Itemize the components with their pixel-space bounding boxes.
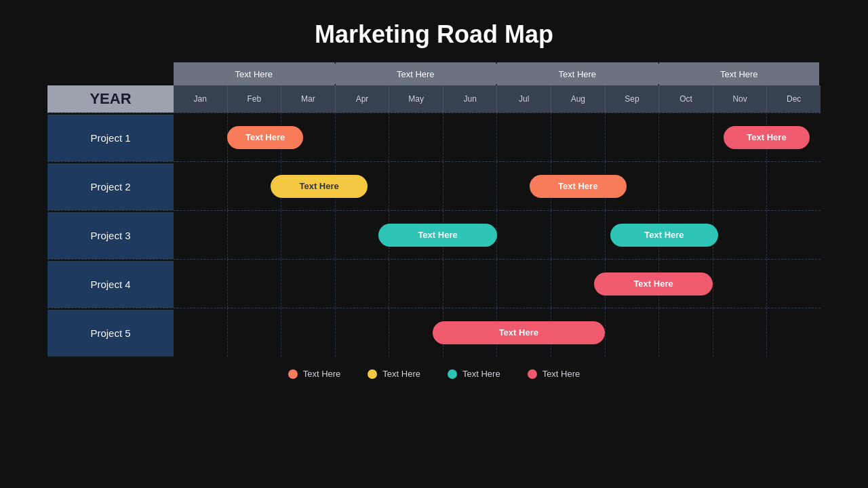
legend-item-3: Text Here [448,369,500,379]
gantt-bar-p3-b2: Text Here [610,224,718,247]
legend-label-4: Text Here [542,369,580,379]
roadmap-container: Text HereText HereText HereText Here YEA… [47,62,821,357]
project-row-4: Project 4Text Here [47,259,821,308]
quarter-1: Text Here [174,62,334,85]
project-label-3: Project 3 [47,211,174,259]
legend-label-1: Text Here [303,369,341,379]
quarter-2: Text Here [336,62,496,85]
months-row: JanFebMarAprMayJunJulAugSepOctNovDec [174,85,821,113]
project-timeline-2: Text HereText Here [174,162,821,210]
project-label-2: Project 2 [47,162,174,210]
gantt-bar-p2-b2: Text Here [530,175,627,198]
project-label-4: Project 4 [47,260,174,308]
gantt-bar-p5-b1: Text Here [433,321,605,344]
month-jul: Jul [497,85,551,113]
month-jun: Jun [443,85,498,113]
project-timeline-3: Text HereText Here [174,211,821,259]
month-feb: Feb [228,85,282,113]
gantt-bar-p4-b1: Text Here [594,272,713,296]
gantt-bar-p1-b2: Text Here [724,126,810,149]
month-jan: Jan [174,85,228,113]
legend-row: Text HereText HereText HereText Here [288,369,580,379]
calendar-header: YEAR JanFebMarAprMayJunJulAugSepOctNovDe… [47,85,821,113]
month-oct: Oct [659,85,713,113]
legend-label-2: Text Here [382,369,420,379]
gantt-bar-p3-b1: Text Here [378,224,497,247]
gantt-bar-p1-b1: Text Here [227,126,302,149]
legend-label-3: Text Here [462,369,500,379]
project-timeline-4: Text Here [174,260,821,308]
project-label-1: Project 1 [47,113,174,161]
month-apr: Apr [336,85,390,113]
page-title: Marketing Road Map [315,20,553,49]
legend-dot-1 [288,369,298,379]
project-row-1: Project 1Text HereText Here [47,113,821,161]
month-nov: Nov [713,85,768,113]
project-row-3: Project 3Text HereText Here [47,210,821,259]
project-label-5: Project 5 [47,308,174,357]
project-row-5: Project 5Text Here [47,308,821,357]
legend-dot-4 [528,369,537,379]
project-row-2: Project 2Text HereText Here [47,161,821,210]
month-mar: Mar [281,85,336,113]
project-rows: Project 1Text HereText HereProject 2Text… [47,113,821,357]
month-aug: Aug [551,85,606,113]
legend-dot-2 [368,369,377,379]
gantt-bar-p2-b1: Text Here [271,175,368,198]
quarter-3: Text Here [497,62,658,85]
project-timeline-5: Text Here [174,308,821,357]
legend-item-2: Text Here [368,369,420,379]
project-timeline-1: Text HereText Here [174,113,821,161]
legend-item-1: Text Here [288,369,341,379]
year-cell: YEAR [47,85,174,113]
legend-dot-3 [448,369,457,379]
month-sep: Sep [606,85,660,113]
month-may: May [389,85,443,113]
quarter-4: Text Here [659,62,820,85]
quarters-row: Text HereText HereText HereText Here [174,62,821,85]
legend-item-4: Text Here [528,369,580,379]
month-dec: Dec [767,85,821,113]
